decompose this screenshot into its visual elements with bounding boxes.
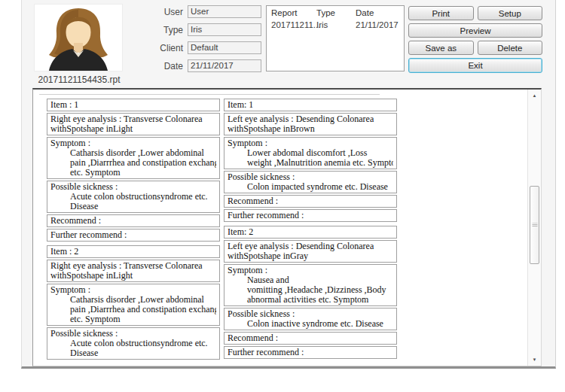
report-line: Right eye analysis : Transverse Colonare… — [50, 261, 216, 271]
left-eye-report-column: Item: 1Left eye analysis : Desending Col… — [224, 99, 397, 360]
report-list-header: Report Type Date — [267, 6, 404, 19]
report-line: Recommend : — [228, 196, 393, 206]
report-line: Disease — [50, 202, 216, 211]
report-line: Catharsis disorder ,Lower abdominal — [50, 148, 216, 158]
scroll-down-icon[interactable]: ▼ — [528, 355, 541, 364]
right-eye-report-column: Item : 1Right eye analysis : Transverse … — [47, 99, 220, 361]
report-line: Recommend : — [50, 216, 216, 226]
delete-button[interactable]: Delete — [478, 41, 543, 55]
report-line: Symptom : — [50, 285, 216, 295]
user-field[interactable]: User — [188, 5, 261, 18]
report-line: Lower abdomal discomfort ,Loss — [228, 148, 393, 158]
report-section: Possible sickness :Acute colon obstructi… — [47, 181, 220, 213]
type-column-header: Type — [316, 8, 356, 17]
report-section: Symptom :Lower abdomal discomfort ,Lossw… — [224, 137, 397, 169]
report-section: Further recommend : — [224, 346, 397, 359]
report-line: Further recommend : — [50, 230, 216, 240]
type-field[interactable]: Iris — [188, 23, 261, 36]
report-section: Symptom :Catharsis disorder ,Lower abdom… — [47, 284, 220, 326]
type-label: Type — [148, 25, 183, 35]
report-line: etc. Symptom — [50, 168, 216, 178]
scroll-up-icon[interactable]: ▲ — [528, 91, 541, 100]
report-line: pain ,Diarrrhea and constipation exchang… — [50, 305, 216, 315]
report-section: Recommend : — [47, 214, 220, 227]
page-top-rule — [39, 94, 380, 95]
client-photo — [34, 4, 123, 71]
report-line: Possible sickness : — [50, 329, 216, 339]
report-section: Symptom :Nausea andvomitting ,Headache ,… — [224, 264, 397, 306]
report-line: withSpotshape inGray — [228, 251, 393, 261]
report-section: Symptom :Catharsis disorder ,Lower abdom… — [47, 137, 220, 179]
preview-button[interactable]: Preview — [408, 23, 542, 38]
exit-button[interactable]: Exit — [408, 58, 542, 73]
report-line: Symptom : — [228, 138, 393, 148]
report-section: Possible sickness :Acute colon obstructi… — [47, 327, 220, 360]
report-line: Right eye analysis : Transverse Colonare… — [50, 114, 216, 124]
report-line: Item : 2 — [50, 247, 216, 257]
report-list-row[interactable]: 201711211... Iris 21/11/2017 — [267, 19, 404, 31]
save-as-button[interactable]: Save as — [408, 41, 474, 55]
report-section: Further recommend : — [47, 229, 220, 242]
report-line: Acute colon obstructionsyndrome etc. — [50, 192, 216, 202]
report-line: withSpotshape inLight — [50, 271, 216, 281]
report-line: Symptom : — [228, 266, 393, 275]
report-line: Possible sickness : — [50, 182, 216, 192]
report-section: Right eye analysis : Transverse Colonare… — [47, 260, 220, 282]
report-line: withSpotshape inLight — [50, 124, 216, 134]
report-section: Item: 2 — [224, 226, 397, 239]
report-line: Recommend : — [228, 333, 393, 343]
report-line: weight ,Malnutrition anemia etc. Symptom — [228, 158, 393, 168]
report-line: abnormal activities etc. Symptom — [228, 295, 393, 305]
report-line: withSpotshape inBrown — [228, 124, 393, 134]
action-buttons: Print Setup Preview Save as Delete Exit — [408, 6, 542, 73]
date-column-header: Date — [356, 8, 399, 17]
date-label: Date — [148, 61, 183, 71]
report-line: Symptom : — [50, 138, 216, 148]
report-section: Item: 1 — [224, 99, 397, 111]
report-list[interactable]: Report Type Date 201711211... Iris 21/11… — [266, 5, 405, 71]
date-cell: 21/11/2017 — [356, 20, 399, 29]
client-field[interactable]: Default — [188, 41, 261, 54]
report-line: Item: 1 — [228, 100, 393, 110]
report-line: Colon impacted syndrome etc. Disease — [228, 182, 393, 192]
report-line: Acute colon obstructionsyndrome etc. — [50, 339, 216, 348]
report-line: Disease — [50, 348, 216, 358]
report-section: Possible sickness :Colon impacted syndro… — [224, 171, 397, 193]
report-column-header: Report — [271, 8, 316, 17]
setup-button[interactable]: Setup — [478, 6, 543, 20]
vertical-scrollbar[interactable]: ▲ ▼ — [527, 90, 541, 366]
report-line: Item: 2 — [228, 227, 393, 237]
report-section: Further recommend : — [224, 209, 397, 222]
user-label: User — [148, 7, 183, 17]
client-label: Client — [148, 43, 183, 53]
date-field[interactable]: 21/11/2017 — [188, 59, 261, 72]
report-section: Possible sickness :Colon inactive syndro… — [224, 308, 397, 330]
report-line: vomitting ,Headache ,Dizziness ,Body — [228, 285, 393, 295]
scrollbar-thumb[interactable] — [530, 186, 539, 264]
report-section: Left eye analysis : Desending Colonareaw… — [224, 113, 397, 135]
report-line: Left eye analysis : Desending Colonarea — [228, 242, 393, 251]
scrollbar-grip-icon — [532, 223, 537, 227]
report-section: Recommend : — [224, 195, 397, 208]
report-line: Catharsis disorder ,Lower abdominal — [50, 295, 216, 305]
report-section: Item : 1 — [47, 99, 220, 111]
report-section: Item : 2 — [47, 245, 220, 258]
report-preview-pane: Item : 1Right eye analysis : Transverse … — [32, 88, 542, 366]
report-line: pain ,Diarrrhea and constipation exchang… — [50, 158, 216, 168]
report-line: Item : 1 — [50, 100, 216, 110]
report-line: Possible sickness : — [228, 309, 393, 319]
report-line: Nausea and — [228, 275, 393, 285]
report-section: Right eye analysis : Transverse Colonare… — [47, 113, 220, 135]
report-line: Further recommend : — [228, 211, 393, 220]
type-cell: Iris — [316, 20, 356, 29]
report-line: Colon inactive syndrome etc. Disease — [228, 319, 393, 329]
report-dialog-window: 20171121154435.rpt User User Type Iris C… — [21, 0, 556, 369]
report-line: Possible sickness : — [228, 172, 393, 182]
report-cell: 201711211... — [271, 20, 316, 29]
report-line: Further recommend : — [228, 348, 393, 357]
report-section: Recommend : — [224, 332, 397, 345]
female-avatar-image — [35, 5, 122, 71]
print-button[interactable]: Print — [408, 6, 474, 20]
report-line: etc. Symptom — [50, 315, 216, 324]
report-filename: 20171121154435.rpt — [23, 74, 135, 85]
